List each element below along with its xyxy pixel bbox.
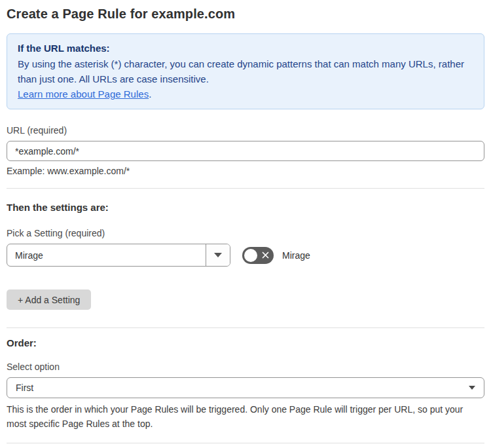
url-input[interactable] <box>7 141 484 161</box>
order-select-value: First <box>16 383 469 393</box>
chevron-down-icon <box>214 253 222 257</box>
setting-combobox[interactable]: Mirage <box>7 244 230 267</box>
toggle-label: Mirage <box>282 250 310 261</box>
info-box-body: By using the asterisk (*) character, you… <box>18 56 473 86</box>
info-box-link-row: Learn more about Page Rules. <box>18 86 473 102</box>
toggle-knob <box>244 249 257 262</box>
toggle-off-x-icon <box>257 251 274 259</box>
divider <box>7 327 484 328</box>
setting-row: Mirage Mirage <box>7 244 484 267</box>
divider <box>7 443 484 443</box>
select-option-label: Select option <box>7 362 484 372</box>
order-section-heading: Order: <box>7 337 484 348</box>
order-help-text: This is the order in which your Page Rul… <box>7 402 478 431</box>
learn-more-link[interactable]: Learn more about Page Rules <box>18 88 149 100</box>
url-example-text: Example: www.example.com/* <box>7 166 484 176</box>
url-match-info-box: If the URL matches: By using the asteris… <box>7 33 484 109</box>
url-field-label: URL (required) <box>7 125 484 136</box>
link-period: . <box>149 88 151 100</box>
pick-setting-label: Pick a Setting (required) <box>7 228 484 238</box>
select-arrow-icon <box>469 386 475 390</box>
info-box-heading: If the URL matches: <box>18 41 473 56</box>
settings-section-heading: Then the settings are: <box>7 202 484 213</box>
mirage-toggle[interactable] <box>242 247 274 264</box>
setting-combobox-value: Mirage <box>7 244 206 266</box>
order-select[interactable]: First <box>7 377 484 398</box>
setting-combobox-dropdown-button[interactable] <box>206 244 230 266</box>
add-setting-button[interactable]: + Add a Setting <box>7 289 91 310</box>
divider <box>7 188 484 189</box>
page-title: Create a Page Rule for example.com <box>7 7 484 22</box>
